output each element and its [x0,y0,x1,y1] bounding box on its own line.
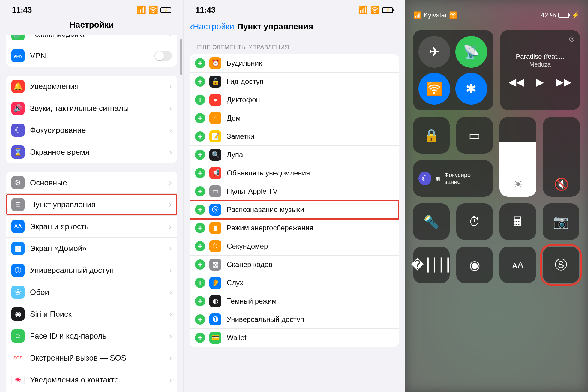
add-button[interactable]: + [195,205,205,215]
row-sounds[interactable]: 🔊 Звуки, тактильные сигналы › [6,97,177,119]
cc-item-alarm[interactable]: +⏰Будильник [190,54,399,73]
volume-slider[interactable]: 🔇 [543,117,580,197]
row-exposure[interactable]: ✺Уведомления о контакте› [6,369,177,391]
forward-button[interactable]: ▶▶ [556,76,572,88]
vpn-switch[interactable] [154,51,172,61]
row-label: Дом [227,114,394,122]
row-battery[interactable]: ▮Аккумулятор› [6,391,177,392]
calculator-button[interactable]: 🖩 [500,203,536,240]
cc-item-qr[interactable]: +▩Сканер кодов [190,256,399,274]
text-size-button[interactable]: ᴀA [500,247,536,283]
row-label: Распознавание музыки [227,205,394,214]
add-button[interactable]: + [195,314,205,325]
row-vpn[interactable]: VPN VPN [6,45,177,67]
cc-item-remote[interactable]: +▭Пульт Apple TV [190,182,399,201]
cc-item-hearing[interactable]: +👂Слух [190,274,399,292]
add-button[interactable]: + [195,168,205,178]
row-faceid[interactable]: ☺Face ID и код-пароль› [6,325,177,347]
chevron-left-icon: ‹ [190,21,193,32]
add-button[interactable]: + [195,223,205,233]
scrollbar[interactable] [180,39,182,75]
cc-item-magnifier[interactable]: +🔍Лупа [190,146,399,164]
chevron-right-icon: › [169,244,172,253]
screen-mirroring-button[interactable]: ▭ [456,117,493,154]
cc-item-stopwatch[interactable]: +⏱Секундомер [190,237,399,256]
add-button[interactable]: + [195,58,205,68]
screen-record-button[interactable]: ◉ [456,247,493,283]
chevron-right-icon: › [169,35,172,39]
add-button[interactable]: + [195,296,205,306]
row-hotspot[interactable]: 🔗 Режим модема › [6,35,177,45]
cc-item-darkmode[interactable]: +◐Темный режим [190,292,399,310]
cc-item-voice[interactable]: +●Диктофон [190,91,399,109]
cc-item-guided[interactable]: +🔒Гид-доступ [190,73,399,91]
row-brightness[interactable]: AAЭкран и яркость› [6,216,177,238]
timer-button[interactable]: ⏱ [456,203,493,240]
wifi-button[interactable]: 🛜 [418,73,450,105]
cc-item-notes[interactable]: +📝Заметки [190,127,399,146]
row-focus[interactable]: ☾ Фокусирование › [6,119,177,141]
cc-item-home-app[interactable]: +⌂Дом [190,109,399,127]
status-bar: 11:43 📶 🛜 ⚡ [184,0,405,18]
add-button[interactable]: + [195,131,205,142]
row-switches[interactable]: ⊟Пункт управления› [6,194,177,216]
back-button[interactable]: ‹ Настройки [190,21,234,32]
rewind-button[interactable]: ◀◀ [508,76,524,88]
cc-item-announce[interactable]: +📢Объявлять уведомления [190,164,399,182]
row-screentime[interactable]: ⌛ Экранное время › [6,141,177,163]
add-button[interactable]: + [195,259,205,270]
chevron-right-icon: › [169,309,172,319]
cc-item-lowpower[interactable]: +▮Режим энергосбережения [190,219,399,237]
shazam-icon: Ⓢ [209,204,221,216]
flashlight-button[interactable]: 🔦 [413,203,450,240]
camera-button[interactable]: 📷 [543,203,579,240]
play-button[interactable]: ▶ [536,76,544,88]
cc-item-wallet[interactable]: +💳Wallet [190,329,399,347]
orientation-lock-button[interactable]: 🔒 [413,117,450,154]
focus-tile[interactable]: ☾ ▦ Фокусиро- вание [413,160,493,197]
row-siri[interactable]: ◉Siri и Поиск› [6,303,177,325]
bluetooth-button[interactable]: ✱ [455,73,487,105]
add-button[interactable]: + [195,186,205,196]
group-notify: 🔔 Уведомления › 🔊 Звуки, тактильные сигн… [6,76,177,163]
row-sos[interactable]: SOSЭкстренный вызов — SOS› [6,347,177,369]
row-label: Сканер кодов [227,260,394,269]
notes-icon: 📝 [209,130,221,142]
lowpower-icon: ▮ [209,222,221,234]
cellular-button[interactable]: 📡 [455,36,487,68]
add-button[interactable]: + [195,333,205,343]
row-label: Слух [227,279,394,287]
siri-icon: ◉ [11,307,25,321]
row-notifications[interactable]: 🔔 Уведомления › [6,76,177,97]
media-artist: Meduza [530,61,551,68]
add-button[interactable]: + [195,76,205,87]
airplane-button[interactable]: ✈︎ [418,36,450,68]
row-label: Диктофон [227,96,394,104]
battery-icon: ⚡ [160,7,171,13]
add-button[interactable]: + [195,95,205,105]
voice-icon: ● [209,94,221,106]
home-app-icon: ⌂ [209,112,221,124]
row-label: Заметки [227,132,394,141]
connectivity-tile[interactable]: ✈︎ 📡 🛜 ✱ [413,30,494,110]
shazam-button[interactable]: Ⓢ [543,247,579,283]
row-label: Wallet [227,334,394,342]
airplay-icon[interactable]: ◎ [569,35,575,43]
cc-item-access[interactable]: +➊Универсальный доступ [190,310,399,329]
sound-recognition-button[interactable]: �┃⎮⎮┃ [413,247,450,283]
add-button[interactable]: + [195,241,205,251]
page-title: Настройки [0,18,183,35]
wifi-icon: 🛜 [148,5,158,15]
row-accessibility[interactable]: ➀Универсальный доступ› [6,259,177,281]
add-button[interactable]: + [195,113,205,123]
brightness-slider[interactable]: ☀︎ [500,117,536,197]
row-label: Гид-доступ [227,77,394,86]
row-gear[interactable]: ⚙Основные› [6,172,177,194]
add-button[interactable]: + [195,278,205,288]
row-home[interactable]: ▦Экран «Домой»› [6,238,177,259]
cc-item-shazam[interactable]: +ⓈРаспознавание музыки [190,201,399,219]
group-connect: 🔗 Режим модема › VPN VPN [6,35,177,67]
row-wallpaper[interactable]: ❀Обои› [6,281,177,303]
add-button[interactable]: + [195,150,205,160]
media-tile[interactable]: ◎ Paradise (feat.... Meduza ◀◀ ▶ ▶▶ [500,30,580,110]
